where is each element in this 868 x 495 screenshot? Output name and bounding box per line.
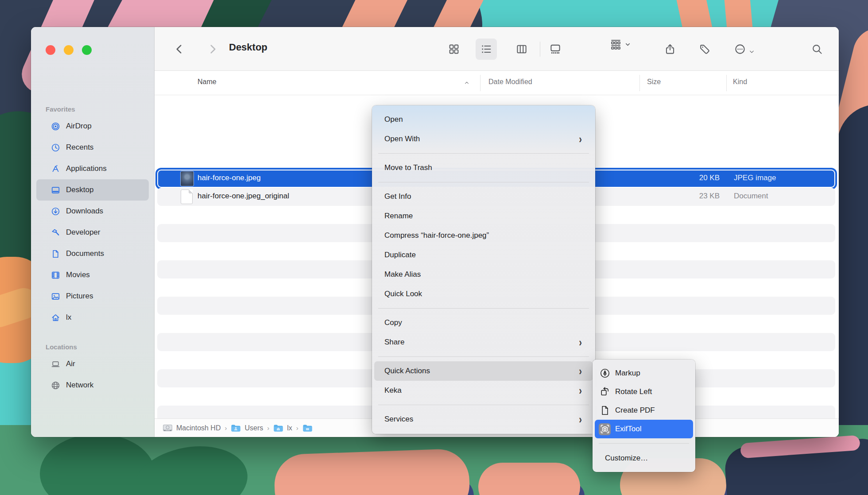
share-icon [664,43,676,55]
menu-item-quick-actions[interactable]: Quick Actions› [374,361,593,381]
path-segment-users[interactable]: Users [231,423,263,433]
sidebar: FavoritesAirDropRecentsApplicationsDeskt… [31,27,155,437]
column-header-date-modified[interactable]: Date Modified [488,78,532,86]
submenu-item-label: ExifTool [615,425,642,433]
forward-button[interactable] [202,39,223,60]
sidebar-section-locations: LocationsAirNetwork [31,343,154,396]
menu-item-services[interactable]: Services› [374,410,593,429]
column-header-size[interactable]: Size [647,78,661,86]
toolbar-divider [540,42,540,57]
path-segment[interactable] [302,423,313,433]
sidebar-item-network[interactable]: Network [36,375,149,396]
gallery-view-button[interactable] [545,39,566,60]
menu-item-label: Quick Look [384,290,582,298]
search-icon [811,43,823,55]
picture-icon [51,292,60,301]
list-view-button[interactable] [476,39,497,60]
menu-item-quick-look[interactable]: Quick Look [374,284,593,304]
menu-item-get-info[interactable]: Get Info [374,187,593,206]
menu-item-duplicate[interactable]: Duplicate [374,245,593,265]
sidebar-item-label: Recents [66,143,93,152]
column-view-button[interactable] [511,39,532,60]
submenu-item-label: Create PDF [615,406,655,415]
zoom-button[interactable] [82,45,92,55]
sidebar-item-pictures[interactable]: Pictures [36,286,149,307]
sidebar-item-label: lx [66,313,71,322]
file-kind: Document [734,192,768,201]
gallery-icon [550,43,561,55]
sidebar-item-lx[interactable]: lx [36,307,149,328]
search-button[interactable] [806,39,828,60]
menu-item-make-alias[interactable]: Make Alias [374,265,593,284]
grid-icon [448,43,460,55]
chevron-down-icon [748,46,755,53]
sidebar-section-header: Locations [31,343,154,353]
toolbar: Desktop [155,27,839,71]
sidebar-item-label: Downloads [66,207,103,216]
submenu-chevron-icon: › [579,365,582,378]
list-icon [480,43,492,55]
menu-item-copy[interactable]: Copy [374,313,593,333]
file-name: hair-force-one.jpeg [198,174,261,182]
menu-separator [378,182,589,182]
menu-item-compress-hair-force-one-jpeg[interactable]: Compress “hair-force-one.jpeg” [374,226,593,245]
path-segment-label: lx [287,424,292,432]
path-segment-lx[interactable]: lx [273,423,292,433]
document-icon [51,249,60,259]
menu-item-open[interactable]: Open [374,110,593,129]
more-actions-button[interactable] [728,39,760,60]
quick-actions-submenu: MarkupRotate LeftCreate PDFExifToolCusto… [593,360,695,472]
tags-button[interactable] [694,39,715,60]
menu-item-open-with[interactable]: Open With› [374,129,593,149]
folder-users-icon [231,423,241,433]
sidebar-item-air[interactable]: Air [36,353,149,375]
back-button[interactable] [169,39,190,60]
share-button[interactable] [659,39,681,60]
menu-item-rename[interactable]: Rename [374,206,593,226]
sidebar-item-applications[interactable]: Applications [36,158,149,179]
menu-item-label: Share [384,338,579,347]
columns-icon [516,43,527,55]
sidebar-item-label: Network [66,381,93,390]
tag-icon [699,43,710,55]
desktop: FavoritesAirDropRecentsApplicationsDeskt… [0,0,868,495]
hard-disk-icon [163,423,173,433]
sidebar-item-movies[interactable]: Movies [36,264,149,286]
group-button[interactable] [610,39,631,50]
icon-view-button[interactable] [443,39,465,60]
sidebar-item-documents[interactable]: Documents [36,243,149,264]
path-segment-macintosh-hd[interactable]: Macintosh HD [163,423,221,433]
sidebar-item-developer[interactable]: Developer [36,222,149,243]
menu-item-label: Get Info [384,192,582,201]
submenu-item-customize[interactable]: Customize… [595,449,693,468]
menu-item-share[interactable]: Share› [374,333,593,352]
menu-item-label: Services [384,415,579,424]
sidebar-item-desktop[interactable]: Desktop [36,179,149,201]
sidebar-item-label: Air [66,360,75,368]
minimize-button[interactable] [64,45,74,55]
sidebar-item-downloads[interactable]: Downloads [36,201,149,222]
column-divider [639,75,640,91]
menu-item-move-to-trash[interactable]: Move to Trash [374,158,593,178]
sidebar-item-airdrop[interactable]: AirDrop [36,116,149,137]
submenu-item-label: Rotate Left [615,387,652,396]
film-icon [51,271,60,280]
column-header-kind[interactable]: Kind [733,78,747,86]
column-header-name[interactable]: Name [198,78,217,86]
menu-item-keka[interactable]: Keka› [374,381,593,400]
close-button[interactable] [46,45,55,55]
submenu-item-markup[interactable]: Markup [595,364,693,383]
sidebar-item-label: Developer [66,228,101,237]
menu-item-label: Move to Trash [384,163,582,172]
download-circle-icon [51,207,60,216]
appstore-icon [51,164,60,174]
folder-home-icon [273,423,283,433]
sidebar-item-recents[interactable]: Recents [36,137,149,158]
path-chevron-icon: › [225,424,227,432]
menu-item-label: Copy [384,318,582,327]
submenu-item-create-pdf[interactable]: Create PDF [595,401,693,420]
submenu-item-rotate-left[interactable]: Rotate Left [595,383,693,401]
submenu-chevron-icon: › [579,133,582,146]
submenu-item-exiftool[interactable]: ExifTool [595,420,693,438]
menu-separator [599,443,689,444]
